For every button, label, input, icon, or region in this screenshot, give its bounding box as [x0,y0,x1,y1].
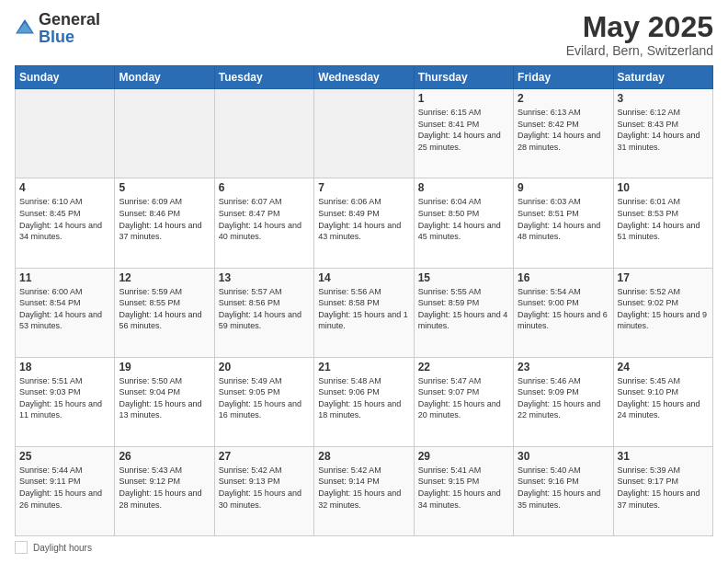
day-number: 25 [19,450,110,463]
day-number: 7 [318,181,409,194]
calendar-week-row: 1Sunrise: 6:15 AMSunset: 8:41 PMDaylight… [16,89,713,178]
calendar-weekday-wednesday: Wednesday [314,66,414,89]
day-number: 12 [119,271,210,284]
logo-blue: Blue [39,28,74,46]
day-info: Sunrise: 6:10 AMSunset: 8:45 PMDaylight:… [19,196,110,242]
calendar-cell: 31Sunrise: 5:39 AMSunset: 9:17 PMDayligh… [613,446,712,535]
calendar-cell [16,89,115,178]
day-info: Sunrise: 5:41 AMSunset: 9:15 PMDaylight:… [418,465,509,511]
day-number: 4 [19,181,110,194]
day-info: Sunrise: 6:13 AMSunset: 8:42 PMDaylight:… [518,107,609,153]
day-info: Sunrise: 5:46 AMSunset: 9:09 PMDaylight:… [518,375,609,421]
day-info: Sunrise: 5:45 AMSunset: 9:10 PMDaylight:… [618,375,709,421]
calendar-weekday-sunday: Sunday [16,66,115,89]
month-title: May 2025 [566,11,713,43]
day-info: Sunrise: 5:55 AMSunset: 8:59 PMDaylight:… [418,286,509,332]
calendar-cell: 14Sunrise: 5:56 AMSunset: 8:58 PMDayligh… [314,268,414,357]
calendar-cell: 24Sunrise: 5:45 AMSunset: 9:10 PMDayligh… [613,357,712,446]
title-block: May 2025 Evilard, Bern, Switzerland [566,11,713,58]
calendar-week-row: 11Sunrise: 6:00 AMSunset: 8:54 PMDayligh… [16,268,713,357]
calendar-header-row: SundayMondayTuesdayWednesdayThursdayFrid… [16,66,713,89]
calendar-cell: 22Sunrise: 5:47 AMSunset: 9:07 PMDayligh… [414,357,513,446]
day-info: Sunrise: 5:42 AMSunset: 9:13 PMDaylight:… [219,465,310,511]
day-number: 9 [518,181,609,194]
day-number: 14 [318,271,409,284]
calendar-cell: 19Sunrise: 5:50 AMSunset: 9:04 PMDayligh… [115,357,214,446]
footer: Daylight hours [15,541,713,554]
logo-general: General [39,10,100,29]
svg-marker-1 [17,22,33,32]
day-number: 5 [119,181,210,194]
day-info: Sunrise: 5:57 AMSunset: 8:56 PMDaylight:… [219,286,310,332]
day-info: Sunrise: 5:39 AMSunset: 9:17 PMDaylight:… [618,465,709,511]
calendar-week-row: 18Sunrise: 5:51 AMSunset: 9:03 PMDayligh… [16,357,713,446]
calendar-weekday-saturday: Saturday [613,66,712,89]
calendar-cell: 9Sunrise: 6:03 AMSunset: 8:51 PMDaylight… [514,178,613,268]
day-info: Sunrise: 5:43 AMSunset: 9:12 PMDaylight:… [119,465,210,511]
page: General Blue May 2025 Evilard, Bern, Swi… [0,0,728,563]
day-info: Sunrise: 5:54 AMSunset: 9:00 PMDaylight:… [518,286,609,332]
day-info: Sunrise: 5:48 AMSunset: 9:06 PMDaylight:… [318,375,409,421]
calendar-cell: 23Sunrise: 5:46 AMSunset: 9:09 PMDayligh… [514,357,613,446]
day-number: 30 [518,450,609,463]
day-number: 29 [418,450,509,463]
calendar-cell: 17Sunrise: 5:52 AMSunset: 9:02 PMDayligh… [613,268,712,357]
logo-icon [15,18,35,39]
calendar-cell: 4Sunrise: 6:10 AMSunset: 8:45 PMDaylight… [16,178,115,268]
calendar-cell: 16Sunrise: 5:54 AMSunset: 9:00 PMDayligh… [514,268,613,357]
subtitle: Evilard, Bern, Switzerland [566,43,713,58]
day-info: Sunrise: 5:50 AMSunset: 9:04 PMDaylight:… [119,375,210,421]
calendar-cell: 1Sunrise: 6:15 AMSunset: 8:41 PMDaylight… [414,89,513,178]
calendar-cell: 15Sunrise: 5:55 AMSunset: 8:59 PMDayligh… [414,268,513,357]
day-number: 1 [418,92,509,105]
day-info: Sunrise: 5:47 AMSunset: 9:07 PMDaylight:… [418,375,509,421]
day-info: Sunrise: 6:01 AMSunset: 8:53 PMDaylight:… [618,196,709,242]
day-number: 10 [618,181,709,194]
day-number: 24 [618,361,709,373]
day-info: Sunrise: 5:42 AMSunset: 9:14 PMDaylight:… [318,465,409,511]
day-number: 26 [119,450,210,463]
day-number: 21 [318,361,409,373]
day-number: 17 [618,271,709,284]
calendar-cell [314,89,414,178]
day-info: Sunrise: 5:40 AMSunset: 9:16 PMDaylight:… [518,465,609,511]
day-info: Sunrise: 6:12 AMSunset: 8:43 PMDaylight:… [618,107,709,153]
footer-label: Daylight hours [33,543,92,553]
calendar-weekday-friday: Friday [514,66,613,89]
calendar-cell: 2Sunrise: 6:13 AMSunset: 8:42 PMDaylight… [514,89,613,178]
day-number: 20 [219,361,310,373]
calendar-cell [115,89,214,178]
day-info: Sunrise: 6:07 AMSunset: 8:47 PMDaylight:… [219,196,310,242]
day-info: Sunrise: 6:15 AMSunset: 8:41 PMDaylight:… [418,107,509,153]
day-number: 27 [219,450,310,463]
calendar-cell: 8Sunrise: 6:04 AMSunset: 8:50 PMDaylight… [414,178,513,268]
calendar-cell: 20Sunrise: 5:49 AMSunset: 9:05 PMDayligh… [214,357,313,446]
day-number: 18 [19,361,110,373]
calendar-cell: 18Sunrise: 5:51 AMSunset: 9:03 PMDayligh… [16,357,115,446]
day-info: Sunrise: 5:51 AMSunset: 9:03 PMDaylight:… [19,375,110,421]
calendar-weekday-tuesday: Tuesday [214,66,313,89]
footer-box [15,541,28,554]
day-number: 15 [418,271,509,284]
header: General Blue May 2025 Evilard, Bern, Swi… [15,11,713,58]
calendar-cell: 6Sunrise: 6:07 AMSunset: 8:47 PMDaylight… [214,178,313,268]
day-info: Sunrise: 6:06 AMSunset: 8:49 PMDaylight:… [318,196,409,242]
day-number: 11 [19,271,110,284]
day-number: 28 [318,450,409,463]
day-number: 3 [618,92,709,105]
calendar-cell: 27Sunrise: 5:42 AMSunset: 9:13 PMDayligh… [214,446,313,535]
calendar-cell: 30Sunrise: 5:40 AMSunset: 9:16 PMDayligh… [514,446,613,535]
calendar-cell [214,89,313,178]
calendar-weekday-monday: Monday [115,66,214,89]
day-info: Sunrise: 5:52 AMSunset: 9:02 PMDaylight:… [618,286,709,332]
day-info: Sunrise: 6:00 AMSunset: 8:54 PMDaylight:… [19,286,110,332]
calendar-table: SundayMondayTuesdayWednesdayThursdayFrid… [15,65,713,536]
calendar-cell: 13Sunrise: 5:57 AMSunset: 8:56 PMDayligh… [214,268,313,357]
day-info: Sunrise: 5:49 AMSunset: 9:05 PMDaylight:… [219,375,310,421]
day-number: 8 [418,181,509,194]
calendar-cell: 21Sunrise: 5:48 AMSunset: 9:06 PMDayligh… [314,357,414,446]
logo: General Blue [15,11,100,46]
calendar-cell: 29Sunrise: 5:41 AMSunset: 9:15 PMDayligh… [414,446,513,535]
calendar-cell: 3Sunrise: 6:12 AMSunset: 8:43 PMDaylight… [613,89,712,178]
day-number: 22 [418,361,509,373]
